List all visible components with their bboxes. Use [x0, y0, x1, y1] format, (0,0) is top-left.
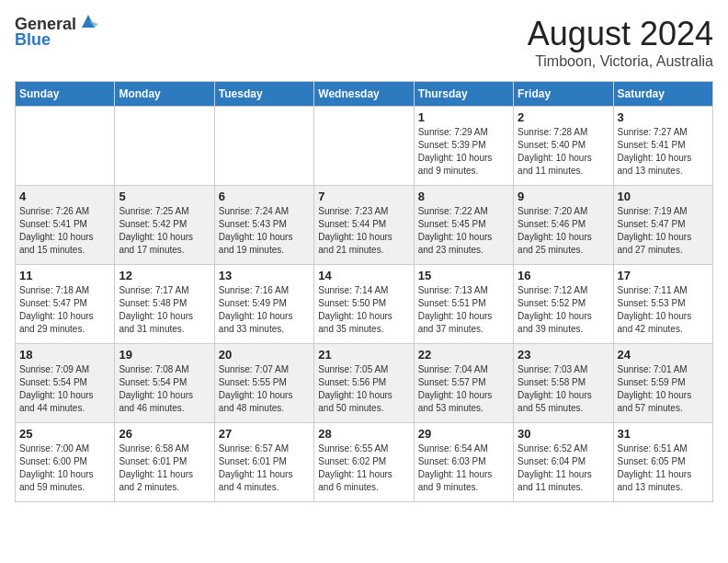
- cell-text-line: Sunrise: 7:09 AM: [19, 363, 110, 376]
- weekday-header-saturday: Saturday: [613, 82, 712, 107]
- cell-text-line: Daylight: 10 hours: [219, 231, 310, 244]
- cell-text-line: Sunset: 6:00 PM: [19, 455, 110, 468]
- day-number: 7: [318, 190, 409, 203]
- cell-text-line: Daylight: 10 hours: [219, 389, 310, 402]
- cell-text-line: Daylight: 10 hours: [119, 389, 210, 402]
- calendar-cell: 6Sunrise: 7:24 AMSunset: 5:43 PMDaylight…: [214, 186, 313, 265]
- cell-text-line: and 19 minutes.: [219, 244, 310, 257]
- day-number: 26: [119, 427, 210, 441]
- calendar-week-5: 25Sunrise: 7:00 AMSunset: 6:00 PMDayligh…: [16, 423, 713, 502]
- cell-text-line: and 21 minutes.: [318, 244, 409, 257]
- day-number: 28: [318, 427, 409, 441]
- cell-text-line: and 57 minutes.: [618, 402, 709, 415]
- calendar-cell: 5Sunrise: 7:25 AMSunset: 5:42 PMDaylight…: [115, 186, 214, 265]
- day-number: 20: [219, 348, 310, 362]
- cell-text-line: Daylight: 11 hours: [418, 468, 509, 481]
- cell-text-line: Sunrise: 7:01 AM: [618, 363, 709, 376]
- day-number: 11: [19, 269, 110, 282]
- cell-text-line: and 35 minutes.: [318, 323, 409, 336]
- cell-text-line: and 2 minutes.: [119, 481, 210, 494]
- cell-text-line: Daylight: 11 hours: [119, 468, 210, 481]
- calendar-cell: 31Sunrise: 6:51 AMSunset: 6:05 PMDayligh…: [613, 423, 712, 502]
- cell-text-line: and 23 minutes.: [418, 244, 509, 257]
- cell-text-line: Sunset: 5:52 PM: [518, 297, 609, 310]
- cell-text-line: Sunset: 5:59 PM: [618, 376, 709, 389]
- cell-text-line: Sunrise: 7:20 AM: [518, 205, 609, 218]
- cell-text-line: and 39 minutes.: [518, 323, 609, 336]
- calendar-cell: 8Sunrise: 7:22 AMSunset: 5:45 PMDaylight…: [414, 186, 513, 265]
- calendar-cell: 22Sunrise: 7:04 AMSunset: 5:57 PMDayligh…: [414, 344, 513, 423]
- calendar-cell: 12Sunrise: 7:17 AMSunset: 5:48 PMDayligh…: [115, 265, 214, 344]
- cell-text-line: Daylight: 10 hours: [119, 231, 210, 244]
- cell-text-line: Sunset: 5:47 PM: [19, 297, 110, 310]
- cell-text-line: Sunrise: 7:17 AM: [119, 284, 210, 297]
- day-number: 17: [618, 269, 709, 282]
- cell-text-line: and 13 minutes.: [618, 481, 709, 494]
- page-header: General Blue August 2024 Timboon, Victor…: [15, 15, 713, 70]
- cell-text-line: Daylight: 11 hours: [518, 468, 609, 481]
- cell-text-line: Sunrise: 7:05 AM: [318, 363, 409, 376]
- cell-text-line: and 29 minutes.: [19, 323, 110, 336]
- cell-text-line: and 37 minutes.: [418, 323, 509, 336]
- cell-text-line: Daylight: 10 hours: [318, 231, 409, 244]
- cell-text-line: and 27 minutes.: [618, 244, 709, 257]
- cell-text-line: and 9 minutes.: [418, 165, 509, 178]
- cell-text-line: Daylight: 10 hours: [618, 389, 709, 402]
- calendar-cell: 11Sunrise: 7:18 AMSunset: 5:47 PMDayligh…: [16, 265, 115, 344]
- day-number: 25: [19, 427, 110, 441]
- cell-text-line: and 42 minutes.: [618, 323, 709, 336]
- day-number: 8: [418, 190, 509, 203]
- cell-text-line: Sunset: 5:55 PM: [219, 376, 310, 389]
- calendar-cell: 15Sunrise: 7:13 AMSunset: 5:51 PMDayligh…: [414, 265, 513, 344]
- cell-text-line: Sunset: 5:49 PM: [219, 297, 310, 310]
- day-number: 18: [19, 348, 110, 362]
- calendar-cell: 24Sunrise: 7:01 AMSunset: 5:59 PMDayligh…: [613, 344, 712, 423]
- calendar-cell: 23Sunrise: 7:03 AMSunset: 5:58 PMDayligh…: [514, 344, 613, 423]
- cell-text-line: Sunset: 5:53 PM: [618, 297, 709, 310]
- cell-text-line: Sunrise: 7:22 AM: [418, 205, 509, 218]
- cell-text-line: Sunset: 5:54 PM: [119, 376, 210, 389]
- calendar-cell: 27Sunrise: 6:57 AMSunset: 6:01 PMDayligh…: [214, 423, 313, 502]
- month-title: August 2024: [528, 15, 713, 53]
- cell-text-line: Sunset: 5:45 PM: [418, 218, 509, 231]
- cell-text-line: Daylight: 11 hours: [618, 468, 709, 481]
- cell-text-line: Daylight: 10 hours: [518, 152, 609, 165]
- weekday-header-sunday: Sunday: [16, 82, 115, 107]
- cell-text-line: Daylight: 10 hours: [119, 310, 210, 323]
- weekday-header-thursday: Thursday: [414, 82, 513, 107]
- calendar-cell: 9Sunrise: 7:20 AMSunset: 5:46 PMDaylight…: [514, 186, 613, 265]
- calendar-cell: 28Sunrise: 6:55 AMSunset: 6:02 PMDayligh…: [314, 423, 414, 502]
- calendar-cell: 2Sunrise: 7:28 AMSunset: 5:40 PMDaylight…: [514, 107, 613, 186]
- calendar-week-4: 18Sunrise: 7:09 AMSunset: 5:54 PMDayligh…: [16, 344, 713, 423]
- cell-text-line: Sunrise: 7:18 AM: [19, 284, 110, 297]
- cell-text-line: Daylight: 10 hours: [19, 468, 110, 481]
- cell-text-line: and 48 minutes.: [219, 402, 310, 415]
- weekday-header-tuesday: Tuesday: [214, 82, 313, 107]
- cell-text-line: Sunrise: 7:19 AM: [618, 205, 709, 218]
- cell-text-line: Daylight: 10 hours: [518, 231, 609, 244]
- cell-text-line: Sunset: 5:43 PM: [219, 218, 310, 231]
- cell-text-line: and 50 minutes.: [318, 402, 409, 415]
- cell-text-line: Daylight: 10 hours: [318, 389, 409, 402]
- cell-text-line: Sunrise: 7:13 AM: [418, 284, 509, 297]
- weekday-header-wednesday: Wednesday: [314, 82, 414, 107]
- calendar-header: SundayMondayTuesdayWednesdayThursdayFrid…: [16, 82, 713, 107]
- calendar-cell: 17Sunrise: 7:11 AMSunset: 5:53 PMDayligh…: [613, 265, 712, 344]
- calendar-cell: [115, 107, 214, 186]
- cell-text-line: and 55 minutes.: [518, 402, 609, 415]
- cell-text-line: Sunrise: 7:26 AM: [19, 205, 110, 218]
- cell-text-line: and 46 minutes.: [119, 402, 210, 415]
- weekday-header-friday: Friday: [514, 82, 613, 107]
- cell-text-line: Sunrise: 7:14 AM: [318, 284, 409, 297]
- calendar-cell: 10Sunrise: 7:19 AMSunset: 5:47 PMDayligh…: [613, 186, 712, 265]
- cell-text-line: and 11 minutes.: [518, 165, 609, 178]
- cell-text-line: and 59 minutes.: [19, 481, 110, 494]
- logo: General Blue: [15, 15, 98, 50]
- day-number: 5: [119, 190, 210, 203]
- cell-text-line: Daylight: 10 hours: [618, 152, 709, 165]
- calendar-cell: 30Sunrise: 6:52 AMSunset: 6:04 PMDayligh…: [514, 423, 613, 502]
- weekday-header-monday: Monday: [115, 82, 214, 107]
- calendar-cell: 16Sunrise: 7:12 AMSunset: 5:52 PMDayligh…: [514, 265, 613, 344]
- cell-text-line: Sunset: 5:41 PM: [19, 218, 110, 231]
- cell-text-line: and 17 minutes.: [119, 244, 210, 257]
